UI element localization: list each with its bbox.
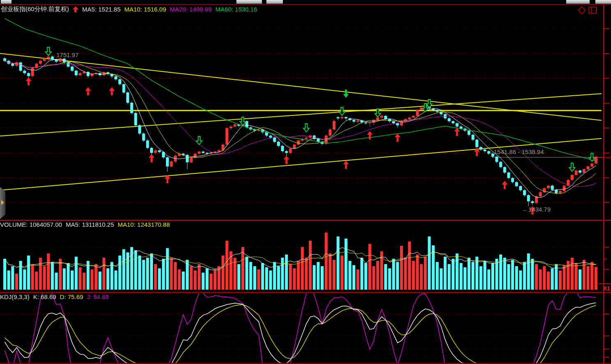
volume-pane[interactable] xyxy=(0,221,604,293)
toolbar-edge-fragment xyxy=(266,0,283,4)
expand-arrow-icon xyxy=(1,200,4,205)
high-price-annotation: ←1751.97 xyxy=(50,51,79,58)
kdj-pane-header: KDJ(9,3,3) K: 68.69 D: 75.69 J: 54.69 xyxy=(0,293,109,300)
kdj-j-label: J: 54.69 xyxy=(87,293,109,300)
toolbar-edge-fragment xyxy=(566,0,590,4)
sidebar-expand-handle[interactable] xyxy=(0,187,5,219)
toolbar-edge-fragment xyxy=(236,0,262,4)
volume-ma5-label: MA5: 1311810.25 xyxy=(66,221,114,228)
kdj-k-label: K: 68.69 xyxy=(33,293,56,300)
ma20-label: MA20: 1499.69 xyxy=(170,6,212,13)
main-pane-header: 创业板指(60分钟.前复权) MA5: 1521.85 MA10: 1516.0… xyxy=(1,5,257,13)
stock-chart-app: 创业板指(60分钟.前复权) MA5: 1521.85 MA10: 1516.0… xyxy=(0,0,611,364)
main-chart-pane[interactable] xyxy=(0,6,604,220)
pane-close-button[interactable]: X1 xyxy=(603,285,611,292)
ma10-label: MA10: 1516.09 xyxy=(124,6,166,13)
volume-ma10-label: MA10: 1243170.88 xyxy=(118,221,170,228)
current-price-annotation: ←1541.86 - 1538.94 xyxy=(488,148,544,155)
ma60-label: MA60: 1530.16 xyxy=(215,6,257,13)
ma5-label: MA5: 1521.85 xyxy=(82,6,120,13)
kdj-pane[interactable] xyxy=(0,293,604,363)
split-panes-icon[interactable] xyxy=(588,7,597,14)
volume-pane-header: VOLUME: 1064057.00 MA5: 1311810.25 MA10:… xyxy=(0,221,170,228)
up-arrow-icon xyxy=(73,6,79,12)
low-price-annotation: ←1434.79 xyxy=(522,206,551,213)
toolbar-edge-fragment xyxy=(1,0,12,4)
toolbar-edge-fragment xyxy=(595,0,611,4)
volume-label: VOLUME: 1064057.00 xyxy=(0,221,62,228)
kdj-d-label: D: 75.69 xyxy=(60,293,83,300)
kdj-label: KDJ(9,3,3) xyxy=(0,293,30,300)
page-title: 创业板指(60分钟.前复权) xyxy=(1,5,69,13)
